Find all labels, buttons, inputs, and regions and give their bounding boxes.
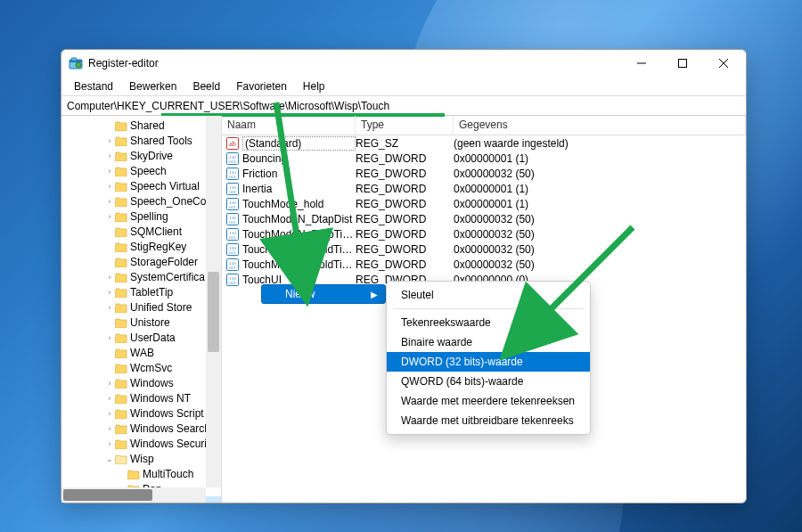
svg-point-3 <box>76 62 81 68</box>
tree-item[interactable]: MultiTouch <box>61 466 221 481</box>
tree-item[interactable]: WcmSvc <box>61 360 221 375</box>
value-row[interactable]: 110 011 TouchMode_holdREG_DWORD0x0000000… <box>222 196 746 211</box>
chevron-right-icon[interactable]: › <box>104 439 115 448</box>
tree-item[interactable]: › Windows Security <box>61 436 221 451</box>
value-row[interactable]: 110 011 FrictionREG_DWORD0x00000032 (50) <box>222 166 746 181</box>
chevron-right-icon[interactable]: › <box>104 167 115 176</box>
menu-item-bewerken[interactable]: Bewerken <box>122 78 184 94</box>
maximize-button[interactable] <box>662 50 703 77</box>
value-data: 0x00000032 (50) <box>454 168 746 180</box>
close-button[interactable] <box>703 50 744 77</box>
chevron-right-icon[interactable]: › <box>104 212 115 221</box>
folder-icon <box>115 135 127 146</box>
folder-icon <box>115 196 127 207</box>
folder-icon <box>115 211 127 222</box>
chevron-right-icon[interactable]: › <box>104 394 115 403</box>
value-row[interactable]: 110 011 TouchModeN_DtapDistREG_DWORD0x00… <box>222 211 746 226</box>
scrollbar-thumb[interactable] <box>63 489 152 501</box>
svg-text:011: 011 <box>229 220 236 225</box>
tree-horizontal-scrollbar[interactable] <box>61 487 206 503</box>
tree-item-label: Shared <box>130 119 165 132</box>
tree-item[interactable]: › Speech <box>61 163 221 178</box>
chevron-right-icon[interactable]: › <box>104 333 115 342</box>
address-path: Computer\HKEY_CURRENT_USER\Software\Micr… <box>67 100 389 112</box>
registry-editor-window: Register-editor BestandBewerkenBeeldFavo… <box>61 49 747 503</box>
chevron-right-icon[interactable]: › <box>104 288 115 297</box>
chevron-right-icon[interactable]: › <box>104 197 115 206</box>
value-data: 0x00000032 (50) <box>454 213 746 225</box>
context-item[interactable]: DWORD (32 bits)-waarde <box>387 352 590 372</box>
value-row[interactable]: 110 011 BouncingREG_DWORD0x00000001 (1) <box>222 151 746 166</box>
tree-item-label: Speech <box>130 165 167 177</box>
tree-item[interactable]: ⌄ Wisp <box>61 451 221 466</box>
tree-list[interactable]: Shared› Shared Tools› SkyDrive› Speech› … <box>61 116 221 503</box>
chevron-right-icon[interactable]: › <box>104 424 115 433</box>
context-submenu-label: Nieuw <box>285 288 315 300</box>
chevron-right-icon[interactable]: › <box>104 303 115 312</box>
tree-item-label: Windows Security <box>130 438 215 450</box>
chevron-down-icon[interactable]: ⌄ <box>104 454 115 463</box>
minimize-button[interactable] <box>621 50 662 77</box>
tree-item[interactable]: › Speech Virtual <box>61 178 221 193</box>
context-item[interactable]: Waarde met meerdere tekenreeksen <box>387 391 590 411</box>
tree-item-label: Unistore <box>130 316 170 329</box>
scrollbar-thumb[interactable] <box>208 272 219 352</box>
value-data: (geen waarde ingesteld) <box>454 137 746 150</box>
context-item[interactable]: Tekenreekswaarde <box>387 313 590 332</box>
dword-value-icon: 110 011 <box>225 228 240 241</box>
value-row[interactable]: 110 011 TouchModeN_HoldTime_B...REG_DWOR… <box>222 257 746 272</box>
tree-item[interactable]: › Unified Store <box>61 299 221 315</box>
chevron-right-icon[interactable]: › <box>104 273 115 282</box>
chevron-right-icon[interactable]: › <box>104 379 115 388</box>
tree-item[interactable]: Shared <box>61 118 221 133</box>
value-row[interactable]: ab (Standaard)REG_SZ(geen waarde ingeste… <box>222 135 746 151</box>
value-row[interactable]: 110 011 TouchModeN_DtapTimeREG_DWORD0x00… <box>222 226 746 241</box>
tree-item-label: Speech Virtual <box>130 180 200 192</box>
tree-item[interactable]: › Speech_OneCore <box>61 193 221 209</box>
context-submenu-nieuw[interactable]: Nieuw ▶ <box>261 284 386 304</box>
tree-item[interactable]: › Windows NT <box>61 390 221 405</box>
tree-item[interactable]: › Windows Script <box>61 405 221 421</box>
column-header-name[interactable]: Naam <box>222 116 356 135</box>
addressbar[interactable]: Computer\HKEY_CURRENT_USER\Software\Micr… <box>61 96 746 116</box>
tree-item[interactable]: Unistore <box>61 315 221 330</box>
folder-icon <box>115 120 127 131</box>
menu-item-favorieten[interactable]: Favorieten <box>229 78 294 94</box>
tree-item[interactable]: › UserData <box>61 330 221 345</box>
tree-panel: Shared› Shared Tools› SkyDrive› Speech› … <box>61 116 222 503</box>
value-row[interactable]: 110 011 TouchModeN_HoldTime_A...REG_DWOR… <box>222 241 746 257</box>
column-header-type[interactable]: Type <box>356 116 454 135</box>
app-icon <box>69 56 83 70</box>
chevron-right-icon[interactable]: › <box>104 136 115 145</box>
tree-item[interactable]: StorageFolder <box>61 254 221 269</box>
menu-item-bestand[interactable]: Bestand <box>67 78 120 94</box>
context-item[interactable]: Waarde met uitbreidbare tekenreeks <box>387 411 590 430</box>
chevron-right-icon[interactable]: › <box>104 409 115 418</box>
tree-item[interactable]: StigRegKey <box>61 239 221 254</box>
tree-item[interactable]: › TabletTip <box>61 284 221 299</box>
column-header-data[interactable]: Gegevens <box>454 116 746 135</box>
context-item[interactable]: QWORD (64 bits)-waarde <box>387 372 590 391</box>
tree-item[interactable]: › Windows Search <box>61 421 221 436</box>
value-row[interactable]: 110 011 InertiaREG_DWORD0x00000001 (1) <box>222 181 746 196</box>
tree-item[interactable]: › Windows <box>61 375 221 390</box>
tree-item[interactable]: SQMClient <box>61 224 221 239</box>
tree-item[interactable]: › Spelling <box>61 209 221 224</box>
tree-item[interactable]: WAB <box>61 345 221 360</box>
string-value-icon: ab <box>225 137 240 150</box>
menubar: BestandBewerkenBeeldFavorietenHelp <box>61 77 746 96</box>
svg-text:011: 011 <box>229 266 236 270</box>
tree-item-label: Spelling <box>130 210 168 223</box>
tree-item[interactable]: › SystemCertificates <box>61 269 221 284</box>
chevron-right-icon[interactable]: › <box>104 182 115 191</box>
context-item[interactable]: Binaire waarde <box>387 332 590 352</box>
menu-item-beeld[interactable]: Beeld <box>185 78 227 94</box>
chevron-right-icon[interactable]: › <box>104 151 115 160</box>
tree-vertical-scrollbar[interactable] <box>206 116 221 487</box>
value-name: TouchModeN_HoldTime_B... <box>242 258 356 271</box>
context-item[interactable]: Sleutel <box>387 285 590 305</box>
tree-item-label: Wisp <box>130 453 154 465</box>
menu-item-help[interactable]: Help <box>296 78 332 94</box>
tree-item[interactable]: › Shared Tools <box>61 133 221 148</box>
tree-item[interactable]: › SkyDrive <box>61 148 221 163</box>
